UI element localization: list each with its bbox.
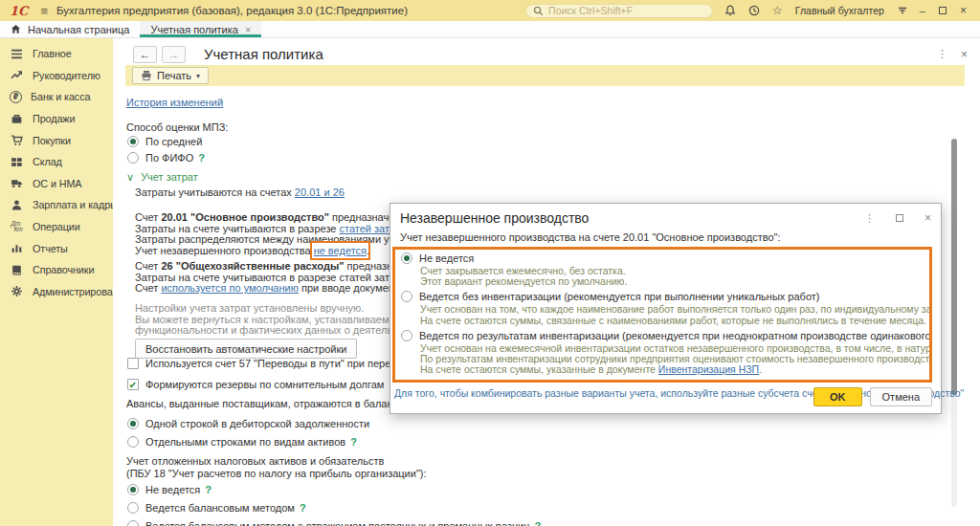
radio-advances-separate-lines[interactable]: Отдельными строками по видам активов ? bbox=[127, 436, 357, 448]
deferred-tax-label: Учет отложенных налоговых активов и обяз… bbox=[126, 455, 427, 479]
mpz-label: Способ оценки МПЗ: bbox=[126, 121, 228, 133]
tab-home[interactable]: Начальная страница bbox=[0, 21, 140, 37]
sidebar-item-reports[interactable]: Отчеты bbox=[0, 237, 113, 259]
search-input[interactable] bbox=[548, 5, 705, 16]
radio-wip-no-inventory[interactable]: Ведется без инвентаризации (рекомендуетс… bbox=[401, 291, 924, 302]
chevron-down-icon: ▾ bbox=[196, 72, 200, 80]
vertical-scrollbar[interactable] bbox=[951, 139, 957, 507]
sidebar-item-purchases[interactable]: Покупки bbox=[0, 129, 113, 151]
grid-icon bbox=[10, 156, 24, 168]
truck-icon bbox=[10, 177, 24, 189]
dialog-title: Незавершенное производство bbox=[400, 210, 843, 226]
global-search[interactable] bbox=[525, 4, 713, 18]
sidebar-item-sales[interactable]: Продажи bbox=[0, 108, 113, 130]
form-close-icon[interactable]: × bbox=[961, 48, 968, 61]
radio-deferred-balance-method[interactable]: Ведется балансовым методом ? bbox=[127, 502, 306, 514]
dialog-more-icon[interactable]: ⋮ bbox=[864, 212, 875, 225]
radio-label: Отдельными строками по видам активов bbox=[145, 436, 345, 448]
radio-icon bbox=[127, 152, 139, 164]
cart-icon bbox=[10, 134, 24, 146]
tools-settings-icon[interactable] bbox=[897, 5, 908, 16]
sidebar-item-directories[interactable]: Справочники bbox=[0, 259, 113, 281]
restore-window-icon[interactable] bbox=[939, 7, 947, 14]
option-notes: Счет закрывается ежемесячно, без остатка… bbox=[420, 266, 924, 287]
wip-dialog: Незавершенное производство ⋮ × Учет неза… bbox=[390, 203, 942, 414]
option-notes: Учет основан на ежемесячной инвентаризац… bbox=[420, 343, 924, 376]
sidebar-item-fixed-assets[interactable]: ОС и НМА bbox=[0, 173, 113, 195]
minimize-icon[interactable]: – bbox=[920, 5, 925, 16]
dialog-maximize-icon[interactable] bbox=[896, 214, 903, 222]
current-user-label[interactable]: Главный бухгалтер bbox=[795, 5, 884, 16]
radio-label: Ведется без инвентаризации (рекомендуетс… bbox=[419, 291, 819, 302]
briefcase-icon bbox=[10, 113, 24, 125]
app-title: Бухгалтерия предприятия (базовая), редак… bbox=[56, 5, 408, 16]
bar-chart-icon bbox=[10, 242, 24, 254]
search-icon bbox=[533, 6, 544, 16]
help-icon[interactable]: ? bbox=[350, 436, 357, 448]
history-icon[interactable] bbox=[748, 5, 760, 16]
ok-button[interactable]: OK bbox=[813, 387, 862, 406]
sidebar-label: Отчеты bbox=[33, 243, 68, 254]
sidebar-item-bank-cash[interactable]: ₽ Банк и касса bbox=[0, 86, 113, 108]
checkbox-doubtful-reserves[interactable]: ✔ Формируются резервы по сомнительным до… bbox=[127, 379, 395, 390]
sidebar-label: ОС и НМА bbox=[33, 178, 81, 189]
sidebar-item-administration[interactable]: Администрирование bbox=[0, 281, 113, 303]
checkbox-icon bbox=[127, 358, 139, 369]
help-icon[interactable]: ? bbox=[300, 502, 306, 514]
radio-icon bbox=[401, 330, 412, 341]
favorites-star-icon[interactable]: ☆ bbox=[772, 5, 783, 16]
main-menu-icon[interactable]: ≡ bbox=[40, 4, 48, 18]
accounts-link[interactable]: 20.01 и 26 bbox=[295, 186, 345, 198]
sidebar-item-warehouse[interactable]: Склад bbox=[0, 151, 113, 173]
scrollbar-thumb[interactable] bbox=[951, 139, 957, 395]
tab-policy-label: Учетная политика bbox=[150, 24, 237, 35]
close-window-icon[interactable]: × bbox=[960, 4, 967, 17]
dialog-buttons: OK Отмена bbox=[813, 387, 932, 406]
sidebar-item-manager[interactable]: Руководителю bbox=[0, 65, 113, 87]
radio-icon bbox=[127, 136, 139, 147]
sidebar-item-salary-hr[interactable]: Зарплата и кадры bbox=[0, 194, 113, 216]
back-button[interactable]: ← bbox=[133, 46, 157, 63]
radio-label: Не ведется bbox=[145, 484, 200, 495]
radio-wip-not-kept[interactable]: Не ведется bbox=[401, 252, 924, 264]
dialog-header: Незавершенное производство ⋮ × bbox=[390, 204, 941, 229]
radio-icon bbox=[127, 484, 139, 495]
radio-fifo[interactable]: По ФИФО ? bbox=[127, 152, 205, 164]
cancel-button[interactable]: Отмена bbox=[870, 387, 932, 406]
restore-auto-settings-button[interactable]: Восстановить автоматические настройки bbox=[135, 339, 357, 359]
tab-close-icon[interactable]: × bbox=[245, 24, 251, 35]
radio-icon bbox=[401, 291, 412, 302]
tab-accounting-policy[interactable]: Учетная политика × bbox=[140, 21, 261, 37]
menu-lines-icon bbox=[10, 48, 24, 60]
print-button[interactable]: Печать ▾ bbox=[132, 67, 209, 84]
wip-not-kept-link[interactable]: не ведется bbox=[314, 245, 367, 256]
checkbox-checked-icon: ✔ bbox=[127, 379, 139, 390]
checkbox-label: Формируются резервы по сомнительным долг… bbox=[145, 379, 384, 390]
wip-inventory-doc-link[interactable]: Инвентаризация НЗП bbox=[658, 363, 759, 375]
form-more-icon[interactable]: ⋮ bbox=[937, 48, 947, 60]
person-icon bbox=[10, 199, 24, 211]
help-icon[interactable]: ? bbox=[198, 152, 205, 164]
dialog-close-icon[interactable]: × bbox=[924, 211, 931, 225]
notifications-bell-icon[interactable] bbox=[724, 5, 736, 16]
radio-average[interactable]: По средней bbox=[127, 136, 202, 147]
form-toolbar: Печать ▾ bbox=[125, 65, 965, 86]
sidebar-item-main[interactable]: Главное bbox=[0, 43, 113, 65]
radio-wip-by-inventory[interactable]: Ведется по результатам инвентаризации (р… bbox=[401, 330, 924, 341]
history-link[interactable]: История изменений bbox=[126, 97, 223, 108]
help-icon[interactable]: ? bbox=[205, 484, 212, 495]
radio-advances-single-line[interactable]: Одной строкой в дебиторской задолженност… bbox=[127, 418, 369, 429]
radio-label: Одной строкой в дебиторской задолженност… bbox=[145, 418, 369, 429]
accounts-line: Затраты учитываются на счетах 20.01 и 26 bbox=[135, 187, 345, 199]
radio-icon bbox=[127, 502, 139, 514]
used-by-default-link[interactable]: используется по умолчанию bbox=[161, 282, 299, 294]
radio-deferred-differences-method[interactable]: Ведется балансовым методом с отражением … bbox=[127, 520, 541, 526]
cost-section-header[interactable]: ∨ Учет затрат bbox=[126, 171, 198, 184]
sidebar-item-operations[interactable]: ДтКт Операции bbox=[0, 216, 113, 238]
help-icon[interactable]: ? bbox=[535, 520, 542, 526]
sidebar: Главное Руководителю ₽ Банк и касса Прод… bbox=[0, 38, 113, 526]
ruble-icon: ₽ bbox=[10, 91, 22, 103]
forward-button[interactable]: → bbox=[162, 46, 186, 63]
radio-deferred-not-kept[interactable]: Не ведется ? bbox=[127, 484, 212, 495]
sidebar-label: Покупки bbox=[33, 135, 71, 146]
